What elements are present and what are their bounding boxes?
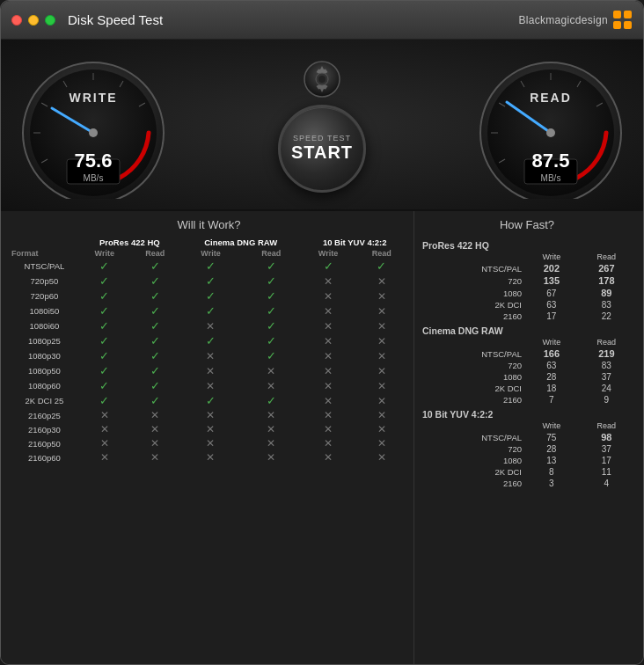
wiw-check-cell: ✕ <box>241 378 301 393</box>
wiw-row-label: 2160p25 <box>10 408 79 422</box>
cross-mark: ✕ <box>267 437 275 449</box>
wiw-check-cell: ✕ <box>301 318 355 333</box>
cross-mark: ✕ <box>324 335 333 347</box>
hf-write-value: 166 <box>524 347 579 360</box>
cross-mark: ✕ <box>324 395 333 407</box>
wiw-check-cell: ✕ <box>241 422 301 436</box>
hf-row-label: NTSC/PAL <box>420 431 524 443</box>
check-mark: ✓ <box>99 259 109 273</box>
wiw-check-cell: ✕ <box>355 363 408 378</box>
check-mark: ✓ <box>267 259 276 273</box>
wiw-check-cell: ✕ <box>301 348 355 363</box>
wiw-check-cell: ✕ <box>180 363 241 378</box>
cross-mark: ✕ <box>377 451 386 464</box>
check-mark: ✓ <box>267 349 276 362</box>
wiw-check-cell: ✓ <box>79 289 130 303</box>
p422-read-header: Read <box>130 248 180 259</box>
wiw-check-cell: ✓ <box>130 318 180 333</box>
hf-col-header: Read <box>579 252 634 262</box>
wiw-check-cell: ✓ <box>301 259 355 274</box>
hf-row-label: 1080 <box>420 371 524 383</box>
hf-row-label: 720 <box>420 274 524 287</box>
check-mark: ✓ <box>99 349 109 362</box>
cross-mark: ✕ <box>100 423 109 435</box>
hf-col-header: Read <box>579 420 634 431</box>
how-fast-section: How Fast? ProRes 422 HQWriteReadNTSC/PAL… <box>414 211 643 664</box>
cross-mark: ✕ <box>324 350 333 362</box>
cross-mark: ✕ <box>206 409 215 421</box>
start-button[interactable]: SPEED TEST START <box>278 105 366 193</box>
wiw-check-cell: ✓ <box>241 333 301 348</box>
hf-write-value: 8 <box>524 466 579 478</box>
wiw-check-cell: ✕ <box>301 378 355 393</box>
wiw-check-cell: ✕ <box>79 450 130 464</box>
check-mark: ✓ <box>267 319 276 332</box>
hf-group-header: Cinema DNG RAW <box>420 322 634 337</box>
cross-mark: ✕ <box>267 365 275 377</box>
close-button[interactable] <box>11 15 22 26</box>
check-mark: ✓ <box>206 274 216 288</box>
hf-write-value: 63 <box>524 360 579 371</box>
hf-read-value: 83 <box>579 299 634 311</box>
cross-mark: ✕ <box>324 380 333 392</box>
wiw-check-cell: ✕ <box>130 436 180 450</box>
hf-row-label: 2160 <box>420 394 524 406</box>
wiw-check-cell: ✕ <box>241 408 301 422</box>
hf-col-header: Write <box>524 337 579 347</box>
hf-row-label: NTSC/PAL <box>420 347 524 360</box>
hf-group-header: 10 Bit YUV 4:2:2 <box>420 406 634 420</box>
how-fast-title: How Fast? <box>420 218 634 231</box>
write-gauge-label: WRITE <box>18 91 168 105</box>
cross-mark: ✕ <box>324 409 333 421</box>
wiw-check-cell: ✓ <box>130 289 180 303</box>
wiw-check-cell: ✓ <box>79 303 130 318</box>
hf-write-value: 63 <box>524 299 579 311</box>
read-gauge-value: 87.5 <box>476 150 626 172</box>
cdng-read-header: Read <box>241 248 301 259</box>
wiw-check-cell: ✕ <box>79 436 130 450</box>
check-mark: ✓ <box>150 274 160 288</box>
wiw-check-cell: ✓ <box>180 259 241 274</box>
wiw-check-cell: ✕ <box>180 436 241 450</box>
wiw-check-cell: ✕ <box>79 422 130 436</box>
hf-read-value: 17 <box>579 455 634 466</box>
check-mark: ✓ <box>206 394 216 407</box>
wiw-row-label: 1080i50 <box>10 303 79 318</box>
start-button-label2: START <box>291 142 353 163</box>
wiw-check-cell: ✕ <box>355 393 408 408</box>
cross-mark: ✕ <box>206 350 215 362</box>
check-mark: ✓ <box>150 379 160 392</box>
will-it-work-section: Will it Work? ProRes 422 HQ Cinema DNG R… <box>1 211 414 664</box>
check-mark: ✓ <box>99 364 109 377</box>
wiw-check-cell: ✓ <box>130 333 180 348</box>
check-mark: ✓ <box>99 379 109 392</box>
wiw-check-cell: ✕ <box>355 378 408 393</box>
cross-mark: ✕ <box>150 451 159 464</box>
cross-mark: ✕ <box>206 451 215 464</box>
hf-read-value: 178 <box>579 274 634 287</box>
wiw-check-cell: ✓ <box>241 348 301 363</box>
hf-col-header: Write <box>524 252 579 262</box>
cross-mark: ✕ <box>206 380 215 392</box>
check-mark: ✓ <box>206 289 216 303</box>
wiw-check-cell: ✓ <box>79 333 130 348</box>
minimize-button[interactable] <box>28 15 39 26</box>
wiw-check-cell: ✓ <box>180 393 241 408</box>
check-mark: ✓ <box>150 259 160 273</box>
wiw-check-cell: ✓ <box>355 259 408 274</box>
cross-mark: ✕ <box>377 290 386 303</box>
read-gauge-label: READ <box>476 91 626 105</box>
wiw-check-cell: ✓ <box>130 378 180 393</box>
wiw-check-cell: ✓ <box>79 363 130 378</box>
cross-mark: ✕ <box>324 451 333 464</box>
hf-read-value: 98 <box>579 431 634 443</box>
svg-point-10 <box>89 128 98 137</box>
write-gauge-value: 75.6 <box>18 150 168 172</box>
cross-mark: ✕ <box>267 409 275 421</box>
check-mark: ✓ <box>267 304 276 318</box>
wiw-check-cell: ✕ <box>301 303 355 318</box>
wiw-row-label: 2160p60 <box>10 450 79 464</box>
hf-row-label: 2160 <box>420 311 524 322</box>
maximize-button[interactable] <box>45 15 55 26</box>
cross-mark: ✕ <box>324 437 333 449</box>
